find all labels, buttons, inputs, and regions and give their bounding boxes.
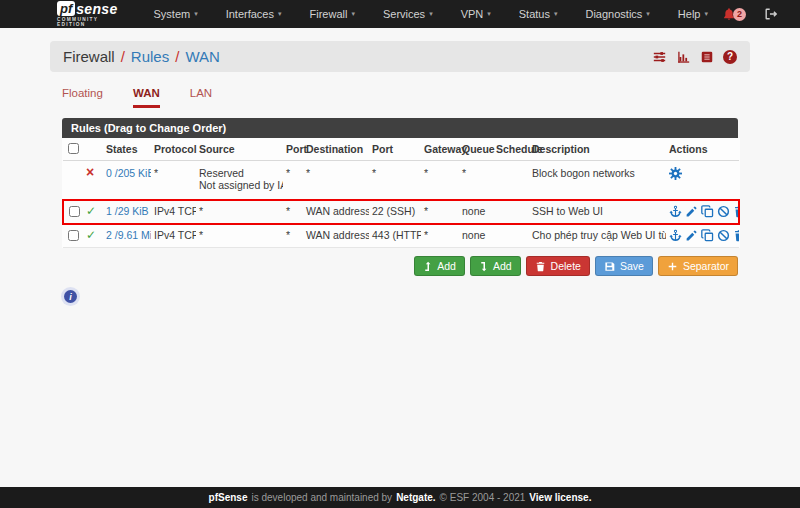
breadcrumb-separator: /	[175, 48, 179, 65]
save-floppy-icon	[604, 261, 615, 272]
row-checkbox[interactable]	[68, 230, 79, 241]
plus-icon	[667, 261, 678, 272]
level-down-icon	[479, 261, 488, 272]
logo-edition: COMMUNITY EDITION	[57, 17, 117, 27]
states-link[interactable]: 2 /9.61 MiB	[106, 229, 151, 241]
chart-icon[interactable]	[676, 50, 691, 64]
breadcrumb-bar: Firewall / Rules / WAN ?	[50, 41, 750, 72]
filter-sliders-icon[interactable]	[652, 50, 667, 64]
col-protocol: Protocol	[151, 138, 196, 161]
col-port: Port	[283, 138, 303, 161]
delete-trash-icon[interactable]	[733, 205, 739, 218]
col-destination: Destination	[303, 138, 369, 161]
level-up-icon	[423, 261, 432, 272]
table-header-row: States Protocol Source Port Destination …	[63, 138, 739, 161]
chevron-down-icon: ▾	[487, 10, 491, 18]
select-all-checkbox[interactable]	[68, 143, 79, 154]
rules-table: States Protocol Source Port Destination …	[62, 138, 740, 248]
logo-sense: sense	[76, 2, 117, 16]
add-rule-bottom-button[interactable]: Add	[470, 256, 521, 276]
breadcrumb-separator: /	[121, 48, 125, 65]
menu-vpn[interactable]: VPN▾	[447, 0, 505, 28]
chevron-down-icon: ▾	[278, 10, 282, 18]
table-row-highlighted: ✓ 1 /29 KiB IPv4 TCP * * WAN address 22 …	[63, 200, 739, 224]
footer-copyright: © ESF 2004 - 2021	[440, 492, 526, 503]
trash-icon	[535, 261, 546, 272]
separator-button[interactable]: Separator	[658, 256, 738, 276]
breadcrumb-rules-link[interactable]: Rules	[131, 48, 169, 65]
info-icon[interactable]: i	[64, 290, 77, 303]
menu-diagnostics[interactable]: Diagnostics▾	[571, 0, 663, 28]
disable-ban-icon[interactable]	[717, 205, 730, 218]
col-port2: Port	[369, 138, 421, 161]
delete-button[interactable]: Delete	[526, 256, 590, 276]
breadcrumb: Firewall / Rules / WAN	[63, 48, 220, 65]
add-rule-top-button[interactable]: Add	[414, 256, 465, 276]
save-button[interactable]: Save	[595, 256, 653, 276]
col-states: States	[103, 138, 151, 161]
anchor-icon[interactable]	[669, 229, 682, 242]
row-checkbox[interactable]	[69, 206, 80, 217]
logo-pf: pf	[57, 1, 75, 16]
copy-icon[interactable]	[701, 229, 714, 242]
copy-icon[interactable]	[701, 205, 714, 218]
disable-ban-icon[interactable]	[717, 229, 730, 242]
breadcrumb-firewall: Firewall	[63, 48, 115, 65]
tab-floating[interactable]: Floating	[62, 87, 103, 108]
top-navbar: pf sense COMMUNITY EDITION System▾ Inter…	[0, 0, 800, 28]
col-actions: Actions	[666, 138, 739, 161]
table-row: ✓ 2 /9.61 MiB IPv4 TCP * * WAN address 4…	[63, 224, 739, 248]
states-link[interactable]: 0 /205 KiB	[106, 167, 151, 179]
menu-services[interactable]: Services▾	[369, 0, 447, 28]
col-gateway: Gateway	[421, 138, 459, 161]
pass-icon: ✓	[86, 205, 96, 217]
col-source: Source	[196, 138, 283, 161]
footer-company: Netgate.	[396, 492, 435, 503]
footer-middle: is developed and maintained by	[251, 492, 392, 503]
menu-help[interactable]: Help▾	[664, 0, 722, 28]
edit-pencil-icon[interactable]	[685, 229, 698, 242]
chevron-down-icon: ▾	[646, 10, 650, 18]
sign-out-icon	[764, 7, 778, 21]
page-footer: pfSense is developed and maintained by N…	[0, 487, 800, 508]
footer-brand: pfSense	[209, 492, 248, 503]
logout-button[interactable]	[764, 7, 778, 21]
chevron-down-icon: ▾	[554, 10, 558, 18]
chevron-down-icon: ▾	[351, 10, 355, 18]
settings-gear-icon[interactable]	[669, 167, 736, 180]
notifications-button[interactable]: 2	[722, 7, 746, 21]
chevron-down-icon: ▾	[194, 10, 198, 18]
col-description: Description	[529, 138, 666, 161]
main-menu: System▾ Interfaces▾ Firewall▾ Services▾ …	[139, 0, 722, 28]
rule-actions-toolbar: Add Add Delete Save Separator	[62, 256, 738, 276]
block-icon: ×	[86, 167, 94, 178]
rules-panel: Rules (Drag to Change Order) States Prot…	[62, 118, 738, 248]
tab-lan[interactable]: LAN	[190, 87, 212, 108]
chevron-down-icon: ▾	[704, 10, 708, 18]
edit-pencil-icon[interactable]	[685, 205, 698, 218]
chevron-down-icon: ▾	[429, 10, 433, 18]
pass-icon: ✓	[86, 229, 96, 241]
delete-trash-icon[interactable]	[733, 229, 739, 242]
menu-interfaces[interactable]: Interfaces▾	[212, 0, 296, 28]
breadcrumb-wan-link[interactable]: WAN	[185, 48, 219, 65]
menu-system[interactable]: System▾	[139, 0, 211, 28]
view-license-link[interactable]: View license.	[529, 492, 591, 503]
tab-wan[interactable]: WAN	[133, 87, 160, 108]
interface-tabs: Floating WAN LAN	[62, 87, 738, 108]
anchor-icon[interactable]	[669, 205, 682, 218]
help-icon[interactable]: ?	[723, 50, 737, 64]
log-icon[interactable]	[700, 50, 714, 64]
menu-firewall[interactable]: Firewall▾	[296, 0, 369, 28]
pfsense-logo[interactable]: pf sense COMMUNITY EDITION	[57, 1, 117, 27]
menu-status[interactable]: Status▾	[505, 0, 572, 28]
states-link[interactable]: 1 /29 KiB	[106, 205, 149, 217]
col-schedule: Schedule	[493, 138, 529, 161]
panel-title: Rules (Drag to Change Order)	[62, 118, 738, 138]
col-queue: Queue	[459, 138, 493, 161]
table-row: × 0 /205 KiB * Reserved Not assigned by …	[63, 161, 739, 201]
notification-badge: 2	[733, 8, 746, 21]
